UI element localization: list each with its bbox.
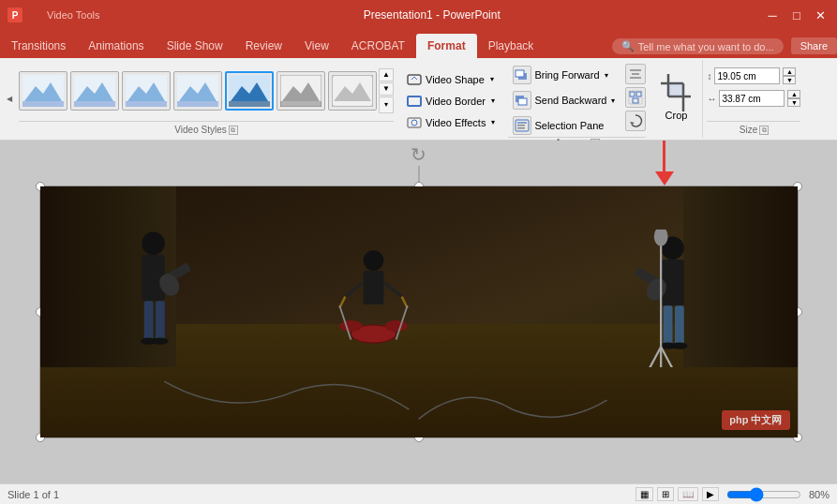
svg-rect-54 bbox=[363, 271, 383, 304]
selection-pane-icon bbox=[513, 116, 531, 135]
style-thumb-5[interactable] bbox=[225, 71, 274, 111]
video-border-arrow: ▾ bbox=[491, 96, 495, 105]
size-label: Size ⧉ bbox=[707, 121, 800, 138]
width-up-button[interactable]: ▲ bbox=[787, 90, 800, 98]
zoom-level: 80% bbox=[809, 489, 830, 500]
video-styles-row bbox=[19, 71, 377, 111]
video-styles-content: ▲ ▼ ▾ bbox=[19, 60, 394, 121]
height-up-button[interactable]: ▲ bbox=[783, 67, 796, 76]
width-input-row: ↔ ▲ ▼ bbox=[707, 90, 800, 107]
tab-transitions[interactable]: Transitions bbox=[0, 34, 77, 58]
arrange-forward-backward: Bring Forward ▾ Send Backward ▾ bbox=[508, 64, 620, 137]
tab-acrobat[interactable]: ACROBAT bbox=[340, 34, 416, 58]
svg-rect-29 bbox=[517, 122, 527, 124]
video-styles-text: Video Styles bbox=[174, 125, 226, 135]
tab-slideshow[interactable]: Slide Show bbox=[156, 34, 234, 58]
reading-view-button[interactable]: 📖 bbox=[678, 487, 698, 501]
bring-forward-icon bbox=[513, 66, 531, 84]
svg-rect-18 bbox=[332, 75, 373, 107]
width-down-button[interactable]: ▼ bbox=[787, 98, 800, 107]
rotate-icon: ↻ bbox=[411, 143, 426, 166]
guitarist-left bbox=[100, 230, 206, 367]
arrange-columns: Bring Forward ▾ Send Backward ▾ bbox=[508, 60, 646, 137]
title-bar: P Video Tools Presentation1 - PowerPoint… bbox=[0, 0, 837, 30]
video-effects-button[interactable]: Video Effects ▾ bbox=[401, 113, 501, 132]
arrow-line bbox=[663, 141, 665, 171]
arrange-align-icons bbox=[625, 64, 646, 137]
normal-view-button[interactable]: ▦ bbox=[635, 487, 653, 501]
video-styles-expand[interactable]: ⧉ bbox=[229, 126, 238, 135]
video-shape-button[interactable]: Video Shape ▾ bbox=[401, 70, 501, 89]
selection-pane-button[interactable]: Selection Pane bbox=[508, 114, 620, 137]
status-right: ▦ ⊞ 📖 ▶ 80% bbox=[635, 487, 830, 502]
tab-format[interactable]: Format bbox=[416, 34, 477, 58]
search-icon: 🔍 bbox=[621, 40, 635, 52]
tab-review[interactable]: Review bbox=[234, 34, 293, 58]
minimize-button[interactable]: ─ bbox=[764, 7, 781, 23]
scroll-down-button[interactable]: ▼ bbox=[379, 82, 394, 96]
svg-rect-50 bbox=[156, 301, 165, 341]
height-icon: ↕ bbox=[707, 71, 711, 82]
tab-animations[interactable]: Animations bbox=[77, 34, 155, 58]
style-thumb-4[interactable] bbox=[173, 71, 222, 111]
red-arrow bbox=[655, 141, 674, 185]
size-text: Size bbox=[740, 125, 757, 135]
tell-me-text: Tell me what you want to do... bbox=[638, 41, 774, 52]
close-button[interactable]: ✕ bbox=[813, 7, 830, 23]
crop-button[interactable]: Crop bbox=[653, 74, 698, 125]
slide-sorter-button[interactable]: ⊞ bbox=[657, 487, 674, 501]
bring-forward-button[interactable]: Bring Forward ▾ bbox=[508, 64, 620, 86]
svg-point-61 bbox=[384, 320, 407, 332]
slideshow-button[interactable]: ▶ bbox=[702, 487, 719, 501]
send-backward-icon bbox=[513, 91, 531, 110]
send-backward-button[interactable]: Send Backward ▾ bbox=[508, 89, 620, 111]
style-thumb-6[interactable] bbox=[277, 71, 325, 111]
size-inputs: ↕ ▲ ▼ ↔ ▲ ▼ bbox=[707, 67, 800, 107]
style-thumb-7[interactable] bbox=[328, 71, 377, 111]
video-styles-label: Video Styles ⧉ bbox=[19, 121, 394, 138]
video-border-label: Video Border bbox=[426, 96, 486, 107]
tab-playback[interactable]: Playback bbox=[477, 34, 546, 58]
maximize-button[interactable]: □ bbox=[788, 7, 805, 23]
watermark: php 中文网 bbox=[722, 410, 789, 430]
scroll-up-button[interactable]: ▲ bbox=[379, 68, 394, 82]
svg-rect-17 bbox=[280, 101, 321, 107]
svg-point-23 bbox=[411, 120, 417, 126]
video-element[interactable]: php 中文网 bbox=[39, 185, 799, 438]
svg-rect-11 bbox=[177, 101, 218, 107]
title-bar-left: P Video Tools bbox=[7, 7, 99, 22]
video-border-button[interactable]: Video Border ▾ bbox=[401, 92, 501, 111]
svg-rect-8 bbox=[126, 101, 167, 107]
svg-point-53 bbox=[363, 250, 383, 271]
arrange-section: Bring Forward ▾ Send Backward ▾ bbox=[504, 60, 650, 138]
ribbon-tabs-row: Transitions Animations Slide Show Review… bbox=[0, 30, 837, 58]
share-button[interactable]: Share bbox=[791, 37, 837, 54]
style-thumb-2[interactable] bbox=[70, 71, 119, 111]
svg-rect-21 bbox=[408, 96, 421, 106]
video-effects-label: Video Effects bbox=[426, 117, 486, 128]
style-thumb-1[interactable] bbox=[19, 71, 67, 111]
height-input[interactable] bbox=[714, 67, 780, 84]
left-panel-toggle[interactable]: ◀ bbox=[4, 60, 15, 138]
height-input-row: ↕ ▲ ▼ bbox=[707, 67, 800, 84]
height-down-button[interactable]: ▼ bbox=[783, 76, 796, 84]
tell-me-box[interactable]: 🔍 Tell me what you want to do... bbox=[612, 38, 784, 54]
height-spinner: ▲ ▼ bbox=[783, 67, 796, 84]
style-thumb-3[interactable] bbox=[122, 71, 171, 111]
svg-line-55 bbox=[345, 283, 362, 296]
width-input[interactable] bbox=[719, 90, 785, 107]
crop-icon bbox=[661, 78, 691, 108]
align-button[interactable] bbox=[625, 64, 646, 84]
size-section: ↕ ▲ ▼ ↔ ▲ ▼ Size ⧉ bbox=[703, 60, 804, 138]
video-content: php 中文网 bbox=[40, 186, 798, 437]
rotation-handle[interactable]: ↻ bbox=[411, 143, 426, 185]
zoom-slider[interactable] bbox=[726, 487, 801, 502]
scroll-more-button[interactable]: ▾ bbox=[379, 96, 394, 113]
bring-forward-label: Bring Forward bbox=[534, 69, 599, 81]
group-button[interactable] bbox=[625, 87, 646, 108]
rotate-button[interactable] bbox=[625, 111, 646, 131]
selection-pane-label: Selection Pane bbox=[534, 120, 604, 131]
size-expand[interactable]: ⧉ bbox=[759, 126, 769, 135]
tab-view[interactable]: View bbox=[293, 34, 340, 58]
video-shape-label: Video Shape bbox=[426, 74, 485, 85]
